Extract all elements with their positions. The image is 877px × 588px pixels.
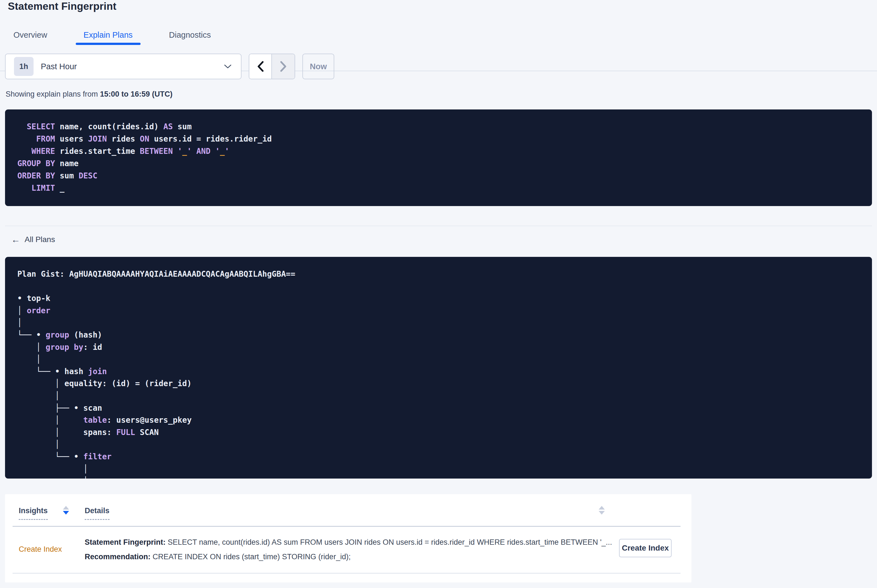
chevron-down-icon <box>224 64 232 69</box>
sort-up-icon <box>63 506 69 510</box>
sql-fingerprint-code-block: SELECT name, count(rides.id) AS sum FROM… <box>5 110 872 206</box>
plan-gist-code-block: Plan Gist: AgHUAQIABQAAAAHYAQIAiAEAAAADC… <box>5 257 872 478</box>
time-controls: 1h Past Hour Now <box>5 54 334 79</box>
now-button[interactable]: Now <box>302 54 334 79</box>
tab-explain-plans[interactable]: Explain Plans <box>84 26 133 44</box>
all-plans-back-link[interactable]: ← All Plans <box>11 235 55 244</box>
sort-toggle-insights[interactable] <box>63 506 69 514</box>
create-index-button[interactable]: Create Index <box>619 539 672 557</box>
sort-down-icon <box>599 511 605 514</box>
time-range-badge: 1h <box>14 57 33 76</box>
table-row-divider <box>13 573 680 573</box>
section-divider <box>5 226 872 226</box>
next-range-button[interactable] <box>272 54 295 79</box>
previous-range-button[interactable] <box>249 54 272 79</box>
back-arrow-icon: ← <box>11 235 20 244</box>
showing-range-value: 15:00 to 16:59 (UTC) <box>100 90 173 98</box>
active-tab-underline <box>76 43 141 45</box>
tab-bar: Overview Explain Plans Diagnostics <box>0 26 877 44</box>
sort-up-icon <box>599 506 605 510</box>
chevron-right-icon <box>280 61 287 72</box>
sort-toggle-details[interactable] <box>599 506 605 514</box>
insights-table-card: Insights Details Create Index Statement … <box>5 494 691 582</box>
insight-details: Statement Fingerprint: SELECT name, coun… <box>85 535 612 564</box>
tab-overview[interactable]: Overview <box>14 26 47 44</box>
insight-type-link[interactable]: Create Index <box>19 545 62 554</box>
page-title: Statement Fingerprint <box>8 0 117 12</box>
time-range-label: Past Hour <box>41 62 77 71</box>
column-header-insights[interactable]: Insights <box>19 507 48 520</box>
sort-down-icon <box>63 511 69 514</box>
detail-statement-fingerprint: Statement Fingerprint: SELECT name, coun… <box>85 535 612 549</box>
detail-recommendation: Recommendation: CREATE INDEX ON rides (s… <box>85 549 612 564</box>
chevron-left-icon <box>257 61 264 72</box>
time-nav-arrows <box>249 54 295 79</box>
tab-diagnostics[interactable]: Diagnostics <box>169 26 211 44</box>
column-header-details[interactable]: Details <box>85 507 110 520</box>
table-header-divider <box>13 526 680 526</box>
all-plans-label: All Plans <box>25 235 55 244</box>
statement-fingerprint-page: Statement Fingerprint Overview Explain P… <box>0 0 877 588</box>
time-range-dropdown[interactable]: 1h Past Hour <box>5 54 241 79</box>
showing-range-text: Showing explain plans from 15:00 to 16:5… <box>6 90 173 99</box>
